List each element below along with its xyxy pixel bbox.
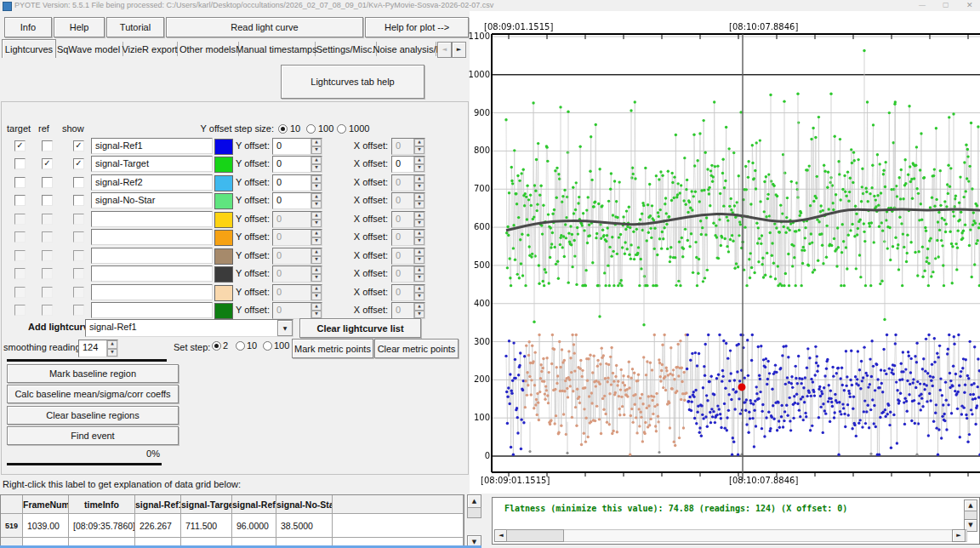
spin-down-icon[interactable]: ▼: [311, 237, 322, 245]
spin-down-icon[interactable]: ▼: [107, 349, 117, 357]
spin-up-icon[interactable]: ▲: [311, 175, 322, 183]
ref-checkbox-2[interactable]: [42, 177, 53, 188]
x-offset-spinner-5[interactable]: 0▲▼: [391, 229, 425, 246]
lightcurve-name-field-0[interactable]: signal-Ref1: [91, 138, 213, 154]
target-checkbox-7[interactable]: [14, 268, 26, 279]
target-checkbox-2[interactable]: [14, 177, 26, 188]
data-grid-hint-label[interactable]: Right-click this label to get explanatio…: [3, 479, 241, 489]
spin-down-icon[interactable]: ▼: [311, 146, 322, 154]
spin-down-icon[interactable]: ▼: [414, 201, 424, 208]
table-cell[interactable]: 226.267: [135, 514, 181, 538]
smoothing-readings-spinner[interactable]: 124 ▲▼: [78, 340, 118, 357]
table-cell[interactable]: 38.5000: [276, 514, 333, 538]
x-offset-spinner-3[interactable]: 0▲▼: [391, 192, 425, 209]
show-checkbox-4[interactable]: [73, 214, 84, 225]
spin-down-icon[interactable]: ▼: [414, 237, 424, 245]
tab-lightcurves[interactable]: Lightcurves: [2, 39, 56, 58]
x-offset-spinner-2[interactable]: 0▲▼: [391, 174, 425, 191]
show-checkbox-2[interactable]: [73, 177, 84, 188]
ref-checkbox-1[interactable]: ✓: [42, 158, 53, 169]
x-offset-spinner-6[interactable]: 0▲▼: [391, 248, 425, 265]
spin-down-icon[interactable]: ▼: [311, 274, 322, 282]
y-offset-spinner-9[interactable]: 0▲▼: [272, 302, 322, 319]
x-offset-spinner-1[interactable]: 0▲▼: [391, 156, 425, 173]
lightcurve-name-field-9[interactable]: [91, 302, 213, 318]
target-checkbox-3[interactable]: [14, 195, 26, 206]
tab-noise-analysis-i[interactable]: Noise analysis/I: [376, 42, 436, 56]
spin-up-icon[interactable]: ▲: [107, 340, 117, 349]
spin-down-icon[interactable]: ▼: [414, 164, 424, 172]
toolbar-button-read-light-curve[interactable]: Read light curve: [166, 17, 363, 37]
lightcurve-name-field-6[interactable]: [91, 248, 213, 264]
spin-up-icon[interactable]: ▲: [414, 193, 424, 201]
table-cell[interactable]: 96.0000: [232, 514, 276, 538]
spin-up-icon[interactable]: ▲: [311, 285, 322, 293]
spin-up-icon[interactable]: ▲: [414, 230, 424, 237]
table-cell[interactable]: 1039.00: [23, 514, 69, 538]
ref-checkbox-8[interactable]: [42, 287, 53, 298]
show-checkbox-7[interactable]: [73, 268, 84, 279]
target-checkbox-1[interactable]: [14, 158, 26, 169]
button-calc-baseline-mean-sigma-corr-coeffs[interactable]: Calc baseline mean/sigma/corr coeffs: [7, 385, 179, 403]
spin-up-icon[interactable]: ▲: [414, 266, 424, 274]
ref-checkbox-0[interactable]: [42, 140, 53, 151]
set-step-radio-100[interactable]: [263, 341, 272, 351]
spin-up-icon[interactable]: ▲: [414, 285, 424, 293]
dropdown-arrow-icon[interactable]: ▼: [277, 320, 293, 336]
spin-down-icon[interactable]: ▼: [414, 274, 424, 282]
ref-checkbox-6[interactable]: [42, 250, 53, 261]
lightcurve-name-field-3[interactable]: signal-No-Star: [91, 192, 213, 208]
spin-down-icon[interactable]: ▼: [311, 293, 322, 300]
target-checkbox-0[interactable]: ✓: [14, 140, 26, 151]
maximize-icon[interactable]: ▢: [943, 1, 949, 9]
target-checkbox-4[interactable]: [14, 214, 26, 225]
spin-up-icon[interactable]: ▲: [311, 266, 322, 274]
ref-checkbox-9[interactable]: [42, 305, 53, 316]
table-cell[interactable]: 711.500: [181, 514, 232, 538]
spin-down-icon[interactable]: ▼: [414, 220, 424, 227]
spin-down-icon[interactable]: ▼: [311, 220, 322, 227]
tab-sqwave-model[interactable]: SqWave model: [54, 42, 123, 56]
spin-up-icon[interactable]: ▲: [414, 139, 424, 146]
hscrollbar-thumb[interactable]: [506, 529, 564, 542]
scroll-right-icon[interactable]: ►: [952, 529, 966, 542]
show-checkbox-3[interactable]: [73, 195, 84, 206]
grid-scrollbar[interactable]: ▲ ▼: [467, 494, 481, 548]
spin-down-icon[interactable]: ▼: [414, 256, 424, 264]
button-find-event[interactable]: Find event: [7, 426, 179, 445]
x-offset-spinner-0[interactable]: 0▲▼: [391, 138, 425, 155]
show-checkbox-9[interactable]: [73, 305, 84, 316]
target-checkbox-8[interactable]: [14, 287, 26, 298]
lightcurve-name-field-5[interactable]: [91, 229, 213, 245]
y-offset-spinner-8[interactable]: 0▲▼: [272, 284, 322, 301]
y-offset-spinner-3[interactable]: 0▲▼: [272, 192, 322, 209]
scroll-up-icon[interactable]: ▲: [467, 494, 481, 508]
target-checkbox-6[interactable]: [14, 250, 26, 261]
show-checkbox-5[interactable]: [73, 231, 84, 243]
spin-up-icon[interactable]: ▲: [414, 212, 424, 220]
button-mark-baseline-region[interactable]: Mark baseline region: [7, 364, 179, 383]
show-checkbox-0[interactable]: ✓: [73, 140, 84, 151]
spin-up-icon[interactable]: ▲: [414, 303, 424, 311]
spin-up-icon[interactable]: ▲: [311, 230, 322, 237]
lightcurve-name-field-4[interactable]: [91, 211, 213, 227]
x-offset-spinner-4[interactable]: 0▲▼: [391, 211, 425, 228]
mark-metric-points-button[interactable]: Mark metric points: [292, 339, 373, 358]
spin-up-icon[interactable]: ▲: [311, 212, 322, 220]
tab-scroll-right-icon[interactable]: ►: [452, 42, 466, 58]
set-step-radio-10[interactable]: [236, 341, 245, 351]
y-offset-spinner-0[interactable]: 0▲▼: [272, 138, 322, 155]
spin-down-icon[interactable]: ▼: [311, 256, 322, 264]
scrollbar-thumb[interactable]: [467, 507, 481, 518]
y-offset-spinner-4[interactable]: 0▲▼: [272, 211, 322, 228]
table-cell[interactable]: [08:09:35.7860]: [69, 514, 135, 538]
show-checkbox-6[interactable]: [73, 250, 84, 261]
add-lightcurve-dropdown[interactable]: signal-Ref1 ▼: [85, 319, 293, 337]
y-offset-spinner-1[interactable]: 0▲▼: [272, 156, 322, 173]
spin-up-icon[interactable]: ▲: [414, 157, 424, 164]
ref-checkbox-5[interactable]: [42, 231, 53, 243]
step-size-radio-10[interactable]: [278, 124, 288, 134]
minimize-icon[interactable]: —: [919, 1, 926, 9]
set-step-radio-2[interactable]: [212, 341, 221, 351]
close-icon[interactable]: ✕: [966, 1, 973, 9]
